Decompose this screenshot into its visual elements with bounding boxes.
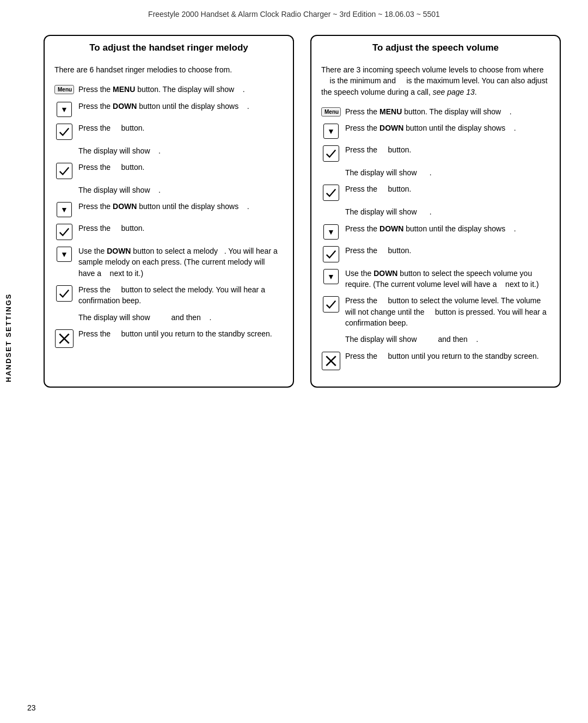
right-step-6: Press the button. xyxy=(321,245,550,262)
right-step-4-text: Press the button. xyxy=(345,183,550,194)
down-icon-left-7: ▼ xyxy=(54,247,74,262)
left-step-4-text: Press the button. xyxy=(78,162,283,173)
right-step-4b-text: The display will show . xyxy=(345,206,550,217)
right-step-3-text: Press the button. xyxy=(345,144,550,155)
right-step-5-text: Press the DOWN button until the display … xyxy=(345,223,550,234)
down-icon-left-2: ▼ xyxy=(54,102,74,117)
left-step-7-text: Use the DOWN button to select a melody .… xyxy=(78,246,283,279)
x-icon-right-10 xyxy=(321,352,341,370)
right-step-3b-text: The display will show . xyxy=(345,167,550,178)
right-step-1-text: Press the MENU button. The display will … xyxy=(345,106,550,117)
check-icon-left-3 xyxy=(54,124,74,140)
right-intro: There are 3 incoming speech volume level… xyxy=(311,60,560,97)
menu-icon-left-1: Menu xyxy=(54,85,74,94)
right-step-2-text: Press the DOWN button until the display … xyxy=(345,122,550,133)
left-step-2: ▼ Press the DOWN button until the displa… xyxy=(54,101,283,117)
left-step-6-text: Press the button. xyxy=(78,223,283,234)
left-step-1-text: Press the MENU button. The display will … xyxy=(78,84,283,95)
right-section: To adjust the speech volume There are 3 … xyxy=(310,35,561,388)
check-icon-right-3 xyxy=(321,145,341,162)
check-icon-left-6 xyxy=(54,224,74,240)
page-header: Freestyle 2000 Handset & Alarm Clock Rad… xyxy=(0,0,588,24)
sidebar-label: HANDSET SETTINGS xyxy=(4,299,13,376)
right-section-title: To adjust the speech volume xyxy=(311,36,560,60)
right-step-1: Menu Press the MENU button. The display … xyxy=(321,106,550,117)
left-step-8: Press the button to select the melody. Y… xyxy=(54,284,283,307)
down-icon-right-7: ▼ xyxy=(321,269,341,284)
left-step-7: ▼ Use the DOWN button to select a melody… xyxy=(54,246,283,279)
right-step-8: Press the button to select the volume le… xyxy=(321,295,550,328)
header-title: Freestyle 2000 Handset & Alarm Clock Rad… xyxy=(148,10,440,19)
check-icon-right-6 xyxy=(321,246,341,262)
check-icon-right-8 xyxy=(321,296,341,313)
right-step-3b: The display will show . xyxy=(321,167,550,178)
left-step-8-text: Press the button to select the melody. Y… xyxy=(78,284,283,307)
right-step-9-text: The display will show and then . xyxy=(345,334,550,345)
right-step-4: Press the button. xyxy=(321,183,550,201)
menu-icon-right-1: Menu xyxy=(321,107,341,117)
right-step-6-text: Press the button. xyxy=(345,245,550,256)
left-steps: Menu Press the MENU button. The display … xyxy=(45,78,293,348)
right-step-7-text: Use the DOWN button to select the speech… xyxy=(345,268,550,290)
right-step-10-text: Press the button until you return to the… xyxy=(345,351,550,362)
left-step-4b-text: The display will show . xyxy=(78,185,283,195)
check-icon-left-8 xyxy=(54,285,74,302)
left-step-2-text: Press the DOWN button until the display … xyxy=(78,101,283,112)
left-step-4: Press the button. xyxy=(54,162,283,179)
left-step-1: Menu Press the MENU button. The display … xyxy=(54,84,283,95)
check-icon-right-4 xyxy=(321,185,341,201)
right-step-2: ▼ Press the DOWN button until the displa… xyxy=(321,122,550,139)
left-step-10-text: Press the button until you return to the… xyxy=(78,328,283,339)
left-step-3-text: Press the button. xyxy=(78,122,283,133)
left-step-10: Press the button until you return to the… xyxy=(54,328,283,348)
down-icon-left-5: ▼ xyxy=(54,202,74,217)
left-step-3: Press the button. xyxy=(54,122,283,140)
left-intro: There are 6 handset ringer melodies to c… xyxy=(45,60,293,75)
right-step-3: Press the button. xyxy=(321,144,550,162)
check-icon-left-4 xyxy=(54,163,74,179)
left-step-6: Press the button. xyxy=(54,223,283,240)
down-icon-right-2: ▼ xyxy=(321,124,341,139)
left-step-3b: The display will show . xyxy=(54,145,283,156)
main-content: To adjust the handset ringer melody Ther… xyxy=(16,24,588,409)
right-steps: Menu Press the MENU button. The display … xyxy=(311,101,560,370)
left-step-4b: The display will show . xyxy=(54,185,283,195)
x-icon-left-10 xyxy=(54,329,74,348)
left-step-5: ▼ Press the DOWN button until the displa… xyxy=(54,201,283,217)
page-number: 23 xyxy=(27,703,36,712)
left-step-5-text: Press the DOWN button until the display … xyxy=(78,201,283,212)
left-step-9: The display will show and then . xyxy=(54,312,283,323)
right-step-8-text: Press the button to select the volume le… xyxy=(345,295,550,328)
right-step-10: Press the button until you return to the… xyxy=(321,351,550,370)
left-section: To adjust the handset ringer melody Ther… xyxy=(44,35,294,388)
right-step-5: ▼ Press the DOWN button until the displa… xyxy=(321,223,550,240)
right-step-9: The display will show and then . xyxy=(321,334,550,345)
right-step-4b: The display will show . xyxy=(321,206,550,217)
left-section-title: To adjust the handset ringer melody xyxy=(45,36,293,60)
left-step-9-text: The display will show and then . xyxy=(78,312,283,323)
right-step-7: ▼ Use the DOWN button to select the spee… xyxy=(321,268,550,290)
left-step-3b-text: The display will show . xyxy=(78,145,283,156)
down-icon-right-5: ▼ xyxy=(321,224,341,240)
